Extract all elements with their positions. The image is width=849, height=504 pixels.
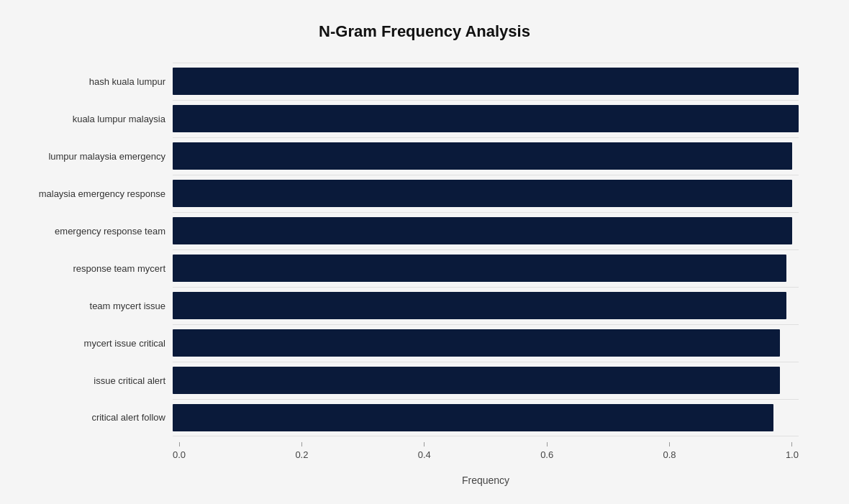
bar-label: lumpur malaysia emergency: [29, 151, 165, 162]
x-tick-label: 0.4: [418, 449, 431, 460]
x-axis: 0.00.20.40.60.81.0 Frequency: [173, 442, 799, 471]
bar-row: malaysia emergency response: [173, 175, 799, 212]
bar-row: lumpur malaysia emergency: [173, 137, 799, 175]
bar-row: kuala lumpur malaysia: [173, 100, 799, 137]
x-tick-label: 0.2: [295, 449, 308, 460]
bar-row: issue critical alert: [173, 362, 799, 399]
chart-title: N-Gram Frequency Analysis: [29, 22, 820, 41]
bar: [173, 105, 799, 132]
x-tick-line: [301, 442, 302, 446]
x-tick: 0.0: [173, 442, 186, 460]
x-tick-line: [547, 442, 548, 446]
bar-label: emergency response team: [29, 226, 165, 237]
bar-label: mycert issue critical: [29, 338, 165, 349]
bar: [173, 367, 780, 394]
x-tick: 1.0: [786, 442, 799, 460]
bar: [173, 255, 786, 282]
bar: [173, 68, 799, 95]
x-tick: 0.8: [663, 442, 676, 460]
x-tick-line: [424, 442, 424, 446]
bar-row: emergency response team: [173, 212, 799, 249]
x-tick-label: 0.8: [663, 449, 676, 460]
bar-label: critical alert follow: [29, 412, 165, 423]
bar-row: response team mycert: [173, 249, 799, 287]
x-tick-label: 0.0: [173, 449, 186, 460]
x-ticks: 0.00.20.40.60.81.0: [173, 442, 799, 460]
x-tick: 0.2: [295, 442, 308, 460]
chart-inner: hash kuala lumpurkuala lumpur malaysialu…: [29, 63, 820, 471]
x-tick-line: [179, 442, 180, 446]
bar-label: malaysia emergency response: [29, 188, 165, 199]
bar-label: response team mycert: [29, 263, 165, 274]
bar: [173, 404, 773, 431]
x-tick: 0.4: [418, 442, 431, 460]
x-tick: 0.6: [540, 442, 553, 460]
x-axis-label: Frequency: [173, 475, 799, 486]
x-tick-label: 0.6: [540, 449, 553, 460]
bar: [173, 217, 792, 244]
bar-label: issue critical alert: [29, 375, 165, 386]
bar-row: mycert issue critical: [173, 324, 799, 362]
bar-row: hash kuala lumpur: [173, 63, 799, 100]
bar: [173, 329, 780, 357]
x-tick-label: 1.0: [786, 449, 799, 460]
bar: [173, 180, 792, 207]
bar-row: team mycert issue: [173, 287, 799, 324]
x-tick-line: [791, 442, 792, 446]
bar-row: critical alert follow: [173, 399, 799, 436]
x-tick-line: [669, 442, 670, 446]
bar-label: team mycert issue: [29, 301, 165, 311]
bar-label: kuala lumpur malaysia: [29, 114, 165, 124]
chart-area: hash kuala lumpurkuala lumpur malaysialu…: [173, 63, 799, 436]
bar: [173, 142, 792, 170]
bar: [173, 292, 786, 319]
chart-container: N-Gram Frequency Analysis hash kuala lum…: [14, 8, 835, 497]
bar-label: hash kuala lumpur: [29, 76, 165, 87]
